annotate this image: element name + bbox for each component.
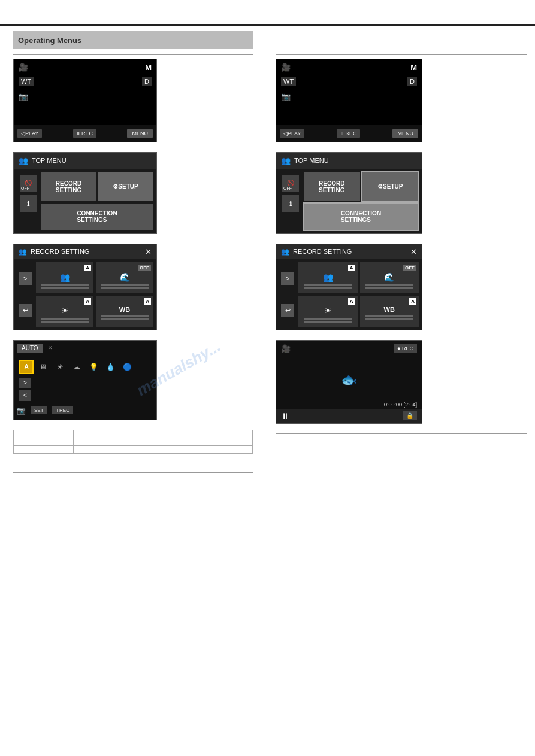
record-setting-btn-1[interactable]: RECORDSETTING [41,172,96,201]
vid-bottom-bar: ⏸ 🔒 [276,409,422,423]
video-screen: 🎥 ● REC 🐟 0:00:00 [2:04] ⏸ 🔒 [276,340,422,424]
wb-screen: AUTO ✕ A 🖥 ☀ ☁ 💡 💧 🔵 > < 📷 SET II [13,340,157,420]
wb-pause-icon: II [56,408,58,413]
menu-button[interactable]: MENU [127,129,153,138]
vid-lock-btn[interactable]: 🔒 [403,411,417,420]
menu-header-2: 👥 TOP MENU [276,153,422,169]
auto-badge: AUTO [17,344,43,353]
tile-icon-3: ☀ [61,306,69,315]
info-table [13,430,253,454]
rec-nav-back-2[interactable]: ↩ [281,304,294,317]
rec-tile-2[interactable]: OFF 🌊 [96,262,153,293]
vid-time: 0:00:00 [2:04] [384,402,417,408]
rec-setting-label-2: RECORD SETTING [293,248,352,255]
table-cell-3a [14,445,74,453]
wb-icon-auto[interactable]: A [19,360,34,374]
menu-body-2: 🚫 OFF ℹ RECORDSETTING ⚙ SETUP CONNECTION… [276,169,422,233]
wb-bottom: 📷 SET II REC [17,405,153,417]
setup-btn-2[interactable]: ⚙ SETUP [362,172,419,201]
rec-cam-icon: 👥 [19,248,27,256]
r-d-icon: D [407,77,417,86]
gear-icon: ⚙ [113,183,118,190]
wb-cam-icon: 📷 [17,406,26,415]
right-section-line [276,54,527,55]
menu-side-icons: 🚫 OFF ℹ [17,172,39,230]
table-cell-3b [74,445,253,453]
rec-nav-forward[interactable]: > [19,272,32,285]
rec-close-btn-2[interactable]: ✕ [410,247,417,256]
top-menu-label-2: TOP MENU [294,157,329,164]
left-column: 🎥 M WT D 📷 ◁PLAY II REC MENU 👥 TOP MENU … [13,54,253,477]
menu-cam-icon-2: 👥 [281,156,291,165]
rec-header-left-2: 👥 RECORD SETTING [281,248,352,256]
rec-tile-r3[interactable]: A ☀ [298,296,358,327]
table-row-3 [14,445,253,453]
cam-bottom-bar: ◁PLAY II REC MENU [14,125,156,142]
left-bottom-line2 [13,472,253,473]
menu-side-icons-2: 🚫 OFF ℹ [280,172,301,230]
tile-badge-4: A [144,298,151,305]
left-section-line [13,54,253,55]
wb-icon-circle[interactable]: 🔵 [120,360,134,374]
rec-tile-r1[interactable]: A 👥 [298,262,358,293]
rec-tile-r4[interactable]: A WB [360,296,419,327]
rec-tile-r2[interactable]: OFF 🌊 [360,262,419,293]
top-menu-label-1: TOP MENU [32,157,67,164]
rec-nav-col-2: > ↩ [279,262,296,327]
tile-badge-r1: A [348,265,355,271]
vid-cam-icon: 🎥 [281,344,291,353]
rec-header-left: 👥 RECORD SETTING [19,248,89,256]
wb-icon-sun[interactable]: ☀ [53,360,67,374]
wb-icon-bulb[interactable]: 💡 [86,360,101,374]
record-setting-btn-2[interactable]: RECORDSETTING [304,172,360,201]
vid-pause-btn[interactable]: ⏸ [281,411,289,421]
r-menu-btn[interactable]: MENU [392,129,418,138]
tile-icon-r3: ☀ [324,306,332,315]
r-play-btn[interactable]: ◁PLAY [280,129,304,138]
tile-icon-r1: 👥 [323,272,333,282]
rec-button[interactable]: II REC [73,129,96,138]
wb-rec-btn[interactable]: II REC [52,406,73,414]
rec-body-2: > ↩ A 👥 OFF 🌊 [276,259,422,330]
table-row-1 [14,430,253,438]
wb-screen-inner: AUTO ✕ A 🖥 ☀ ☁ 💡 💧 🔵 > < 📷 SET II [14,341,156,420]
wb-nav-fwd[interactable]: > [19,378,31,388]
wb-nav: > < [19,378,153,401]
tile-badge-r3: A [348,298,355,305]
info-icon: ℹ [20,195,37,212]
vid-fish-icon: 🐟 [341,372,357,388]
d-icon: D [142,77,152,86]
tile-icon-r2: 🌊 [384,272,394,282]
rec-nav-back[interactable]: ↩ [19,304,32,317]
tile-icon-r4: WB [384,306,395,313]
rec-nav-col: > ↩ [17,262,34,327]
rec-tile-3[interactable]: A ☀ [36,296,93,327]
rec-nav-forward-2[interactable]: > [281,272,294,285]
play-button[interactable]: ◁PLAY [17,129,42,138]
gear-icon-2: ⚙ [377,183,383,190]
rec-tile-4[interactable]: A WB [96,296,153,327]
tile-badge-2: OFF [138,265,151,271]
connection-settings-btn-1[interactable]: CONNECTIONSETTINGS [41,204,153,230]
connection-settings-btn-2[interactable]: CONNECTIONSETTINGS [304,204,418,230]
wb-icon-cloud[interactable]: ☁ [69,360,84,374]
rec-header-1: 👥 RECORD SETTING ✕ [14,244,156,259]
right-bottom-line [276,433,527,435]
wb-rec-label: REC [59,408,69,413]
rec-tile-1[interactable]: A 👥 [36,262,93,293]
set-btn[interactable]: SET [31,406,47,414]
header-bar: Operating Menus [13,31,253,49]
wb-nav-back[interactable]: < [19,390,31,401]
r-wt-icon: WT [281,77,296,86]
r-cam-bottom: ◁PLAY II REC MENU [276,125,422,142]
right-column: 🎥 M WT D 📷 ◁PLAY II REC MENU 👥 TOP MENU … [276,54,527,438]
pause-icon: II [77,130,80,136]
mode-m-icon: M [145,63,152,72]
wb-icon-drop[interactable]: 💧 [103,360,117,374]
r-rec-btn[interactable]: II REC [337,129,360,138]
wb-icon-screen[interactable]: 🖥 [36,360,50,374]
table-row-2 [14,438,253,445]
rec-close-btn-1[interactable]: ✕ [145,247,152,256]
menu-body-1: 🚫 OFF ℹ RECORDSETTING ⚙ SETUP CONNECTION… [14,169,156,233]
setup-btn-1[interactable]: ⚙ SETUP [98,172,153,201]
